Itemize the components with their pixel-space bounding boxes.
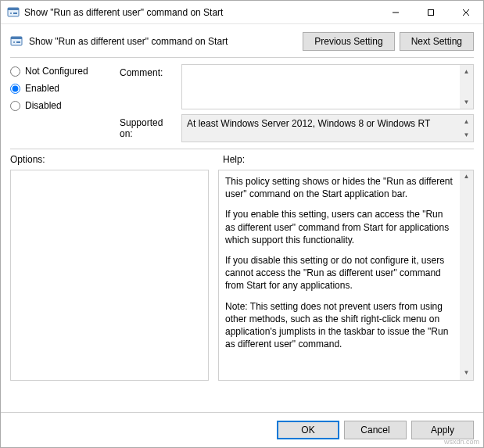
supported-row: Supported on: At least Windows Server 20… <box>120 114 474 142</box>
radio-label: Enabled <box>25 83 59 94</box>
window-title: Show "Run as different user" command on … <box>24 7 378 18</box>
help-paragraph: If you enable this setting, users can ac… <box>225 208 454 246</box>
help-label: Help: <box>213 152 474 167</box>
svg-rect-9 <box>11 37 22 39</box>
dialog-footer: OK Cancel Apply <box>1 412 483 447</box>
policy-icon <box>10 35 23 48</box>
radio-not-configured-input[interactable] <box>10 66 20 77</box>
svg-point-2 <box>10 13 12 14</box>
radio-enabled[interactable]: Enabled <box>10 83 112 94</box>
svg-rect-11 <box>16 41 20 43</box>
scroll-down-icon[interactable]: ▼ <box>460 95 473 109</box>
help-paragraph: Note: This setting does not prevent user… <box>225 300 454 351</box>
scroll-up-icon[interactable]: ▲ <box>460 170 473 184</box>
maximize-button[interactable] <box>413 1 448 23</box>
scroll-up-icon[interactable]: ▲ <box>460 115 473 128</box>
apply-button[interactable]: Apply <box>411 421 474 439</box>
titlebar: Show "Run as different user" command on … <box>1 1 483 24</box>
scrollbar[interactable]: ▲ ▼ <box>460 115 473 142</box>
scrollbar[interactable]: ▲ ▼ <box>460 65 473 109</box>
close-button[interactable] <box>448 1 483 23</box>
next-setting-button[interactable]: Next Setting <box>400 32 474 51</box>
help-paragraph: This policy setting shows or hides the "… <box>225 175 454 200</box>
supported-label: Supported on: <box>120 114 178 139</box>
supported-on-box: At least Windows Server 2012, Windows 8 … <box>181 114 474 142</box>
radio-enabled-input[interactable] <box>10 84 20 94</box>
dialog-window: Show "Run as different user" command on … <box>0 0 484 448</box>
panes-row: This policy setting shows or hides the "… <box>1 167 483 406</box>
options-pane <box>10 170 209 381</box>
help-paragraph: If you disable this setting or do not co… <box>225 254 454 292</box>
radio-disabled-input[interactable] <box>10 101 20 111</box>
radio-label: Disabled <box>25 100 62 111</box>
scroll-down-icon[interactable]: ▼ <box>460 367 473 380</box>
scroll-up-icon[interactable]: ▲ <box>460 65 473 78</box>
fields-column: Comment: ▲ ▼ Supported on: At least Wind… <box>120 64 474 142</box>
comment-textarea[interactable]: ▲ ▼ <box>181 64 474 109</box>
policy-title: Show "Run as different user" command on … <box>29 36 296 47</box>
previous-setting-button[interactable]: Previous Setting <box>303 32 394 51</box>
supported-on-text: At least Windows Server 2012, Windows 8 … <box>187 118 430 129</box>
svg-rect-3 <box>13 13 17 14</box>
divider <box>10 57 474 58</box>
svg-rect-1 <box>8 8 19 10</box>
help-pane: This policy setting shows or hides the "… <box>218 170 474 381</box>
comment-row: Comment: ▲ ▼ <box>120 64 474 109</box>
scroll-down-icon[interactable]: ▼ <box>460 128 473 142</box>
comment-label: Comment: <box>120 64 178 78</box>
config-row: Not Configured Enabled Disabled Comment:… <box>1 59 483 142</box>
radio-not-configured[interactable]: Not Configured <box>10 66 112 77</box>
minimize-button[interactable] <box>378 1 413 23</box>
scrollbar[interactable]: ▲ ▼ <box>460 170 473 380</box>
source-watermark: wsxdn.com <box>444 438 479 446</box>
window-controls <box>378 1 483 23</box>
cancel-button[interactable]: Cancel <box>344 421 407 439</box>
header-row: Show "Run as different user" command on … <box>1 24 483 57</box>
pane-labels: Options: Help: <box>1 152 483 167</box>
divider <box>10 149 474 149</box>
policy-icon <box>7 6 20 19</box>
svg-rect-5 <box>428 9 433 15</box>
state-radio-group: Not Configured Enabled Disabled <box>10 64 112 142</box>
nav-buttons: Previous Setting Next Setting <box>303 32 474 51</box>
ok-button[interactable]: OK <box>277 421 339 439</box>
radio-disabled[interactable]: Disabled <box>10 100 112 111</box>
svg-point-10 <box>13 41 15 43</box>
options-label: Options: <box>10 152 213 167</box>
radio-label: Not Configured <box>25 66 88 77</box>
